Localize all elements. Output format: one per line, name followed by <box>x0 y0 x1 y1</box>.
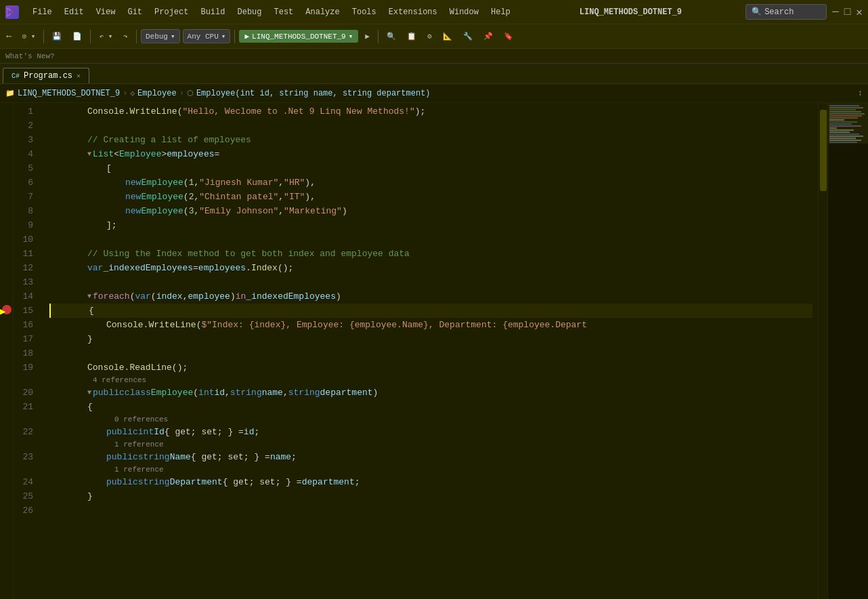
code-line: { <box>49 400 812 414</box>
code-line: [ <box>49 161 812 175</box>
config-dropdown[interactable]: Debug ▾ <box>141 29 180 43</box>
maximize-button[interactable]: □ <box>844 6 851 18</box>
toolbar-misc-5[interactable]: 🔧 <box>459 30 477 43</box>
toolbar-misc-4[interactable]: 📐 <box>439 30 456 43</box>
breadcrumb-class[interactable]: Employee <box>137 89 177 98</box>
title-bar-left: File Edit View Git Project Build Debug T… <box>5 5 516 20</box>
code-line: { <box>49 304 812 318</box>
code-line <box>49 346 812 360</box>
scrollbar-thumb[interactable] <box>820 110 827 191</box>
toolbar-misc-6[interactable]: 📌 <box>479 30 497 43</box>
toolbar-sep-1 <box>43 30 44 43</box>
toolbar-undo-btn[interactable]: ↶ ▾ <box>95 30 116 43</box>
code-editor[interactable]: Console.WriteLine("Hello, Weclome to .Ne… <box>44 103 818 599</box>
debug-btn[interactable]: ▶ <box>361 30 374 43</box>
menu-project[interactable]: Project <box>149 5 194 20</box>
toolbar-back-btn[interactable]: ⟵ <box>3 30 16 43</box>
menu-git[interactable]: Git <box>122 5 148 20</box>
breakpoint-gutter[interactable]: ▶ <box>0 103 14 599</box>
line-number: 17 <box>14 332 39 346</box>
code-line: } <box>49 489 812 503</box>
line-number: 13 <box>14 275 39 289</box>
minimize-button[interactable]: ─ <box>832 6 839 18</box>
platform-dropdown[interactable]: Any CPU ▾ <box>183 29 231 43</box>
tabs-bar: C# Program.cs ✕ <box>0 64 868 84</box>
code-line <box>49 503 812 518</box>
platform-arrow: ▾ <box>221 32 226 41</box>
title-bar: File Edit View Git Project Build Debug T… <box>0 0 868 24</box>
svg-marker-1 <box>11 7 18 18</box>
toolbar-misc-1[interactable]: 🔍 <box>383 30 400 43</box>
code-line: var _indexedEmployees = employees.Index(… <box>49 261 812 275</box>
menu-view[interactable]: View <box>91 5 121 20</box>
line-number: 14 <box>14 289 39 304</box>
breadcrumb-method[interactable]: Employee(int id, string name, string dep… <box>196 89 431 98</box>
toolbar-misc-3[interactable]: ⚙ <box>423 30 436 43</box>
line-number <box>14 439 39 450</box>
run-button[interactable]: ▶ LINQ_METHODS_DOTNET_9 ▾ <box>239 30 358 43</box>
code-line: ▼ List<Employee> employees = <box>49 147 812 161</box>
code-line: public string Name { get; set; } = name; <box>49 450 812 464</box>
line-number: 11 <box>14 247 39 261</box>
vs-logo <box>5 5 19 19</box>
code-line: Console.WriteLine("Hello, Weclome to .Ne… <box>49 104 812 119</box>
code-line: Console.WriteLine($"Index: {index}, Empl… <box>49 318 812 332</box>
menu-analyze[interactable]: Analyze <box>300 5 345 20</box>
toolbar-misc-7[interactable]: 🔖 <box>500 30 517 43</box>
toolbar-new-btn[interactable]: 📄 <box>68 30 86 43</box>
run-project-label: LINQ_METHODS_DOTNET_9 <box>252 33 346 41</box>
search-bar[interactable]: 🔍 Search <box>745 4 827 20</box>
menu-file[interactable]: File <box>27 5 58 20</box>
line-number: 19 <box>14 360 39 375</box>
menu-build[interactable]: Build <box>195 5 230 20</box>
ref-hint-line: 4 references <box>49 375 812 386</box>
line-number: 6 <box>14 175 39 190</box>
editor-container: ▶ 12345678910111213141516171819202122232… <box>0 103 868 599</box>
minimap-content <box>828 103 868 145</box>
line-number: 16 <box>14 318 39 332</box>
editor-scrollbar[interactable] <box>818 103 827 599</box>
line-number: 23 <box>14 450 39 464</box>
line-number: 7 <box>14 190 39 204</box>
whats-new-label[interactable]: What's New? <box>5 52 55 60</box>
menu-debug[interactable]: Debug <box>232 5 267 20</box>
line-number: 21 <box>14 400 39 414</box>
toolbar-misc-2[interactable]: 📋 <box>403 30 420 43</box>
code-line: public string Department { get; set; } =… <box>49 475 812 489</box>
line-number: 22 <box>14 425 39 439</box>
toolbar: ⟵ ⊙ ▾ 💾 📄 ↶ ▾ ↷ Debug ▾ Any CPU ▾ ▶ LINQ… <box>0 24 868 49</box>
minimap[interactable] <box>827 103 868 599</box>
line-number <box>14 414 39 425</box>
breadcrumb-sep-1: › <box>123 89 127 98</box>
toolbar-nav-btns[interactable]: ⊙ ▾ <box>18 30 40 43</box>
menu-tools[interactable]: Tools <box>347 5 382 20</box>
tab-close-btn[interactable]: ✕ <box>77 72 81 80</box>
line-number: 9 <box>14 218 39 232</box>
line-number: 3 <box>14 133 39 147</box>
close-button[interactable]: ✕ <box>856 5 863 19</box>
line-number <box>14 464 39 475</box>
menu-test[interactable]: Test <box>269 5 299 20</box>
toolbar-redo-btn[interactable]: ↷ <box>119 30 132 43</box>
line-number: 2 <box>14 119 39 133</box>
config-arrow: ▾ <box>171 32 175 41</box>
tab-icon: C# <box>12 73 20 80</box>
breadcrumb-expand-btn[interactable]: ↕ <box>858 89 863 98</box>
code-line <box>49 232 812 247</box>
line-number: 18 <box>14 346 39 360</box>
tab-program-cs[interactable]: C# Program.cs ✕ <box>3 68 89 83</box>
breadcrumb-project[interactable]: LINQ_METHODS_DOTNET_9 <box>18 89 120 98</box>
code-line: } <box>49 332 812 346</box>
run-icon: ▶ <box>244 32 249 41</box>
code-line <box>49 119 812 133</box>
menu-edit[interactable]: Edit <box>59 5 89 20</box>
code-line: // Creating a list of employees <box>49 133 812 147</box>
menu-window[interactable]: Window <box>444 5 484 20</box>
menu-extensions[interactable]: Extensions <box>383 5 443 20</box>
ref-hint-line: 1 reference <box>49 464 812 475</box>
menu-help[interactable]: Help <box>485 5 516 20</box>
toolbar-save-btn[interactable]: 💾 <box>48 30 66 43</box>
window-title: LINQ_METHODS_DOTNET_9 <box>580 7 682 17</box>
ref-hint-line: 1 reference <box>49 439 812 450</box>
breadcrumb-bar: 📁 LINQ_METHODS_DOTNET_9 › ◇ Employee › ⬡… <box>0 84 868 103</box>
